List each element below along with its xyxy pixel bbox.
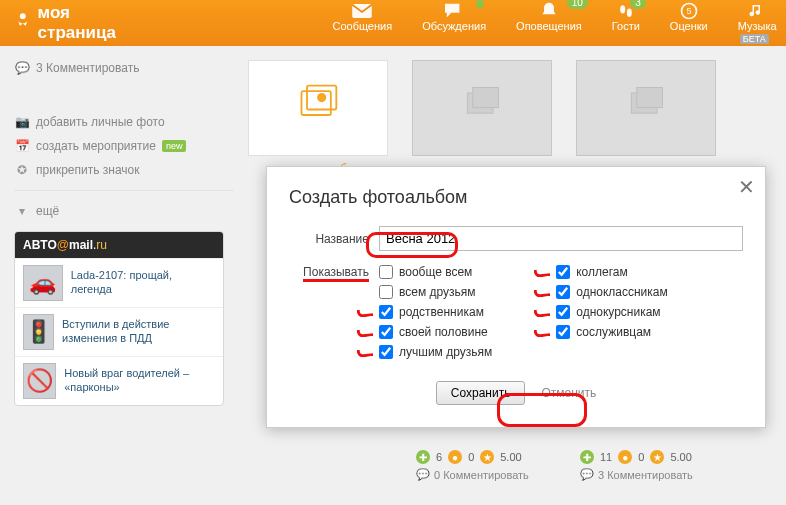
create-album-modal: ✕ Создать фотоальбом Название Показывать… bbox=[266, 166, 766, 428]
nav-label: Оценки bbox=[670, 20, 708, 32]
photo-count-icon: ✚ bbox=[580, 450, 594, 464]
notification-dot bbox=[476, 0, 484, 8]
annotation-mark bbox=[357, 348, 374, 358]
speech-icon: 💬 bbox=[14, 60, 30, 76]
visibility-checkbox[interactable]: сослуживцам bbox=[556, 325, 668, 339]
promo-header[interactable]: ABTO@mail.ru bbox=[15, 232, 223, 258]
site-logo[interactable]: моя страница bbox=[14, 3, 122, 43]
sidebar-more[interactable]: ▾ ещё bbox=[14, 199, 234, 223]
visibility-checkbox[interactable]: одноклассникам bbox=[556, 285, 668, 299]
photo-count-icon: ✚ bbox=[416, 450, 430, 464]
promo-widget: ABTO@mail.ru 🚗 Lada-2107: прощай, легенд… bbox=[14, 231, 224, 406]
visibility-checkbox[interactable]: своей половине bbox=[379, 325, 492, 339]
nav-label: Обсуждения bbox=[422, 20, 486, 32]
close-icon[interactable]: ✕ bbox=[738, 175, 755, 199]
album-card[interactable] bbox=[412, 60, 552, 176]
chat-icon bbox=[443, 2, 465, 20]
annotation-mark bbox=[357, 308, 374, 318]
checkbox-input[interactable] bbox=[556, 325, 570, 339]
rating-star-icon: ★ bbox=[480, 450, 494, 464]
sidebar-pin-badge[interactable]: ✪ прикрепить значок bbox=[14, 158, 234, 182]
checkbox-label: сослуживцам bbox=[576, 325, 651, 339]
album-card[interactable] bbox=[576, 60, 716, 176]
checkbox-input[interactable] bbox=[379, 345, 393, 359]
album-comment-link[interactable]: 💬 3 Комментировать bbox=[580, 468, 720, 481]
link-text: 3 Комментировать bbox=[36, 61, 139, 75]
svg-text:5: 5 bbox=[686, 6, 691, 16]
create-album-placeholder bbox=[248, 60, 388, 156]
comment-count-icon: ● bbox=[448, 450, 462, 464]
checkbox-input[interactable] bbox=[556, 265, 570, 279]
checkbox-input[interactable] bbox=[379, 285, 393, 299]
photos-icon bbox=[624, 82, 668, 135]
checkbox-input[interactable] bbox=[556, 305, 570, 319]
link-text: создать мероприятие bbox=[36, 139, 156, 153]
link-text: прикрепить значок bbox=[36, 163, 139, 177]
promo-item[interactable]: 🚗 Lada-2107: прощай, легенда bbox=[15, 258, 223, 307]
modal-actions: Сохранить Отменить bbox=[289, 381, 743, 405]
camera-icon: 📷 bbox=[14, 114, 30, 130]
visibility-checkbox[interactable]: родственникам bbox=[379, 305, 492, 319]
checkbox-input[interactable] bbox=[556, 285, 570, 299]
nav-label: Сообщения bbox=[332, 20, 392, 32]
nav-label: Гости bbox=[612, 20, 640, 32]
promo-item[interactable]: 🚦 Вступили в действие изменения в ПДД bbox=[15, 307, 223, 356]
star-icon: ✪ bbox=[14, 162, 30, 178]
comment-count-icon: ● bbox=[618, 450, 632, 464]
new-tag: new bbox=[162, 140, 187, 152]
visibility-checkbox[interactable]: однокурсникам bbox=[556, 305, 668, 319]
visibility-checkbox[interactable]: коллегам bbox=[556, 265, 668, 279]
checkbox-input[interactable] bbox=[379, 265, 393, 279]
bell-icon bbox=[538, 2, 560, 20]
nav-messages[interactable]: Сообщения bbox=[332, 2, 392, 44]
create-album-card[interactable]: создать альбом bbox=[248, 60, 388, 176]
album-stats-row: ✚6 ●0 ★5.00 💬 0 Комментировать ✚11 ●0 ★5… bbox=[234, 450, 720, 481]
album-placeholder bbox=[576, 60, 716, 156]
svg-rect-6 bbox=[302, 91, 331, 115]
album-placeholder bbox=[412, 60, 552, 156]
checkbox-label: одноклассникам bbox=[576, 285, 668, 299]
promo-item[interactable]: 🚫 Новый враг водителей – «парконы» bbox=[15, 356, 223, 405]
checkbox-input[interactable] bbox=[379, 325, 393, 339]
nav-notifications[interactable]: 10 Оповещения bbox=[516, 2, 582, 44]
left-sidebar: 💬 3 Комментировать 📷 добавить личные фот… bbox=[14, 56, 234, 406]
car-thumb-icon: 🚗 bbox=[23, 265, 63, 301]
nav-discussions[interactable]: Обсуждения bbox=[422, 2, 486, 44]
guests-badge: 3 bbox=[630, 0, 646, 9]
ok-logo-icon bbox=[14, 11, 32, 35]
chevron-down-icon: ▾ bbox=[14, 203, 30, 219]
beta-tag: БЕТА bbox=[740, 34, 769, 44]
sidebar-create-event[interactable]: 📅 создать мероприятие new bbox=[14, 134, 234, 158]
annotation-mark bbox=[534, 268, 551, 278]
cancel-button[interactable]: Отменить bbox=[541, 386, 596, 400]
modal-name-row: Название bbox=[289, 226, 743, 251]
visibility-checkbox[interactable]: всем друзьям bbox=[379, 285, 492, 299]
sidebar-comment-link[interactable]: 💬 3 Комментировать bbox=[14, 56, 234, 80]
nav-guests[interactable]: 3 Гости bbox=[612, 2, 640, 44]
checkbox-label: однокурсникам bbox=[576, 305, 660, 319]
annotation-mark bbox=[534, 308, 551, 318]
album-comment-link[interactable]: 💬 0 Комментировать bbox=[416, 468, 556, 481]
envelope-icon bbox=[351, 2, 373, 20]
svg-point-0 bbox=[20, 13, 26, 19]
checkbox-label: родственникам bbox=[399, 305, 484, 319]
sidebar-add-photos[interactable]: 📷 добавить личные фото bbox=[14, 110, 234, 134]
rating-star-icon: ★ bbox=[650, 450, 664, 464]
album-name-input[interactable] bbox=[379, 226, 743, 251]
notifications-badge: 10 bbox=[567, 0, 588, 9]
nopark-thumb-icon: 🚫 bbox=[23, 363, 56, 399]
save-button[interactable]: Сохранить bbox=[436, 381, 526, 405]
promo-text: Lada-2107: прощай, легенда bbox=[71, 269, 215, 297]
music-icon bbox=[746, 2, 768, 20]
modal-title: Создать фотоальбом bbox=[289, 187, 743, 208]
visibility-checkbox[interactable]: вообще всем bbox=[379, 265, 492, 279]
checkbox-input[interactable] bbox=[379, 305, 393, 319]
visibility-checkbox[interactable]: лучшим друзьям bbox=[379, 345, 492, 359]
nav-ratings[interactable]: 5 Оценки bbox=[670, 2, 708, 44]
nav-music[interactable]: Музыка БЕТА bbox=[738, 2, 777, 44]
rating-icon: 5 bbox=[678, 2, 700, 20]
checkbox-label: всем друзьям bbox=[399, 285, 476, 299]
checkbox-label: вообще всем bbox=[399, 265, 472, 279]
name-label: Название bbox=[289, 232, 369, 246]
checkbox-column-right: коллегамодноклассникамоднокурсникамсослу… bbox=[556, 265, 668, 359]
